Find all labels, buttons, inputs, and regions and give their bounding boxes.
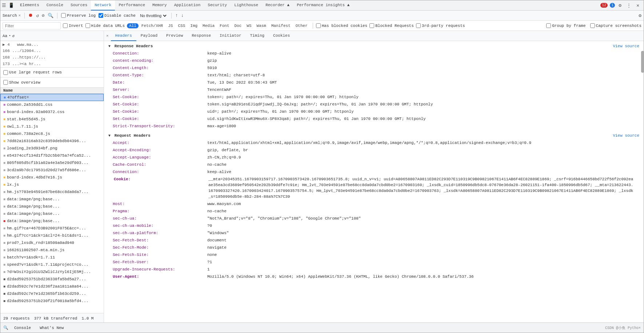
blocked-requests-label[interactable]: Blocked Requests (369, 23, 414, 28)
filter-css[interactable]: CSS (176, 23, 187, 28)
list-item[interactable]: ■ speed?v=1&sdk=1.7.11&project=co... (0, 261, 104, 268)
tab-headers[interactable]: Headers (111, 31, 136, 41)
group-by-frame-label[interactable]: Group by frame (546, 23, 585, 28)
tab-memory[interactable]: Memory (149, 0, 171, 11)
filter-all[interactable]: All (127, 23, 139, 28)
list-item[interactable]: ■ hm.gif?cc=1&ck=1&cl=24-bit&ds=1... (0, 232, 104, 239)
list-item[interactable]: ■ stat.b4e55d45.js (0, 116, 104, 123)
list-item[interactable]: ■ hm.js?703e94591e87be68cc8da0da7... (0, 188, 104, 196)
devtools-menu-icon[interactable]: ☰ (2, 3, 6, 8)
scrollbar-thumb[interactable] (641, 51, 644, 73)
list-item[interactable]: ■ loading_2e3d934bf.png (0, 145, 104, 152)
aa-label[interactable]: Aa (3, 34, 7, 38)
tab-recorder[interactable]: Recorder ▲ (262, 0, 293, 11)
list-item[interactable]: ■ hm.gif?ca=467D3B92001F075E&cc=... (0, 225, 104, 232)
tab-preview[interactable]: Preview (162, 31, 187, 41)
tab-network[interactable]: Network (91, 0, 115, 11)
list-item[interactable]: ■ batch?v=1&sdk=1.7.11 (0, 254, 104, 261)
list-item[interactable]: ■ d2dad59253751bd236338fa5bd5a27... (0, 276, 104, 283)
third-party-label[interactable]: 3rd-party requests (416, 23, 465, 28)
show-overview-checkbox[interactable] (3, 80, 8, 85)
filter-js[interactable]: JS (166, 23, 175, 28)
list-item[interactable]: ■ lx.js (0, 181, 104, 188)
export-icon[interactable]: ↓ (181, 13, 184, 18)
capture-screenshots-label[interactable]: Capture screenshots (590, 23, 641, 28)
group-by-frame-checkbox[interactable] (546, 23, 551, 28)
tab-payload[interactable]: Payload (136, 31, 162, 41)
list-item[interactable]: ■ 3cd2a9b7dc179531d20d27a5fd686e... (0, 166, 104, 174)
list-item[interactable]: ■ data:image/png;base... (0, 210, 104, 217)
list-item[interactable]: ■ board-index.4dbd7e16.js (0, 174, 104, 181)
filter-img[interactable]: Img (188, 23, 200, 28)
search-icon[interactable]: 🔍 (48, 13, 53, 19)
list-item[interactable]: ■ owl_1.7.11.js (0, 123, 104, 130)
tab-whats-new[interactable]: What's New (37, 325, 67, 331)
tab-security[interactable]: Security (204, 0, 231, 11)
tab-lighthouse[interactable]: Lighthouse (231, 0, 262, 11)
invert-checkbox[interactable] (63, 23, 68, 28)
settings-icon[interactable]: ⚙ (617, 2, 623, 9)
network-settings-icon[interactable]: ⚙ (639, 13, 641, 19)
left-refresh-icon[interactable]: ↺ (12, 33, 15, 38)
list-item[interactable]: ■ d2dad592c7e7e1d236f2aa1811a8a64... (0, 283, 104, 290)
search-close-icon[interactable]: × (19, 13, 21, 18)
response-headers-section[interactable]: ▼ Response Headers View source (104, 43, 644, 50)
import-icon[interactable]: ↑ (175, 13, 178, 18)
tab-response[interactable]: Response (187, 31, 215, 41)
disable-cache-checkbox[interactable] (99, 13, 103, 18)
tab-elements[interactable]: Elements (16, 0, 43, 11)
use-large-rows-checkbox[interactable] (3, 70, 8, 75)
list-item[interactable]: ■ 7dd82a16316ab32c8359debdb04396... (0, 137, 104, 145)
invert-label[interactable]: Invert (63, 23, 83, 28)
preserve-log-label[interactable]: Preserve log (61, 13, 96, 18)
refresh-icon[interactable]: ↺ (36, 13, 39, 19)
blocked-requests-checkbox[interactable] (369, 23, 374, 28)
tab-performance[interactable]: Performance (115, 0, 149, 11)
list-item[interactable]: ■ data:image/png;base... (0, 203, 104, 210)
tab-application[interactable]: Application (171, 0, 204, 11)
show-overview-label[interactable]: Show overview (3, 80, 40, 85)
disable-cache-label[interactable]: Disable cache (99, 13, 136, 18)
filter-font[interactable]: Font (217, 23, 231, 28)
list-item[interactable]: ■ ?d=W3siY2giOiU3ZWliCJzYyl6IjE5Mj... (0, 268, 104, 276)
request-view-source[interactable]: View source (613, 133, 639, 138)
filter-other[interactable]: Other (293, 23, 310, 28)
list-item[interactable]: ■ e54374ccf134d1f7b2c5b075a74fca52... (0, 152, 104, 159)
hide-data-urls-checkbox[interactable] (85, 23, 90, 28)
list-item[interactable]: ■ d2dad59253751b230f21f0818a5bfd4... (0, 297, 104, 305)
list-item[interactable]: ■ 1662611002507-mta.min.js (0, 246, 104, 254)
filter-wasm[interactable]: Wasm (255, 23, 268, 28)
hide-data-urls-label[interactable]: Hide data URLs (85, 23, 125, 28)
list-item[interactable]: ■ common.738a2ec8.js (0, 130, 104, 137)
filter-media[interactable]: Media (200, 23, 217, 28)
has-blocked-cookies-label[interactable]: Has blocked cookies (316, 23, 367, 28)
devtools-device-icon[interactable]: 📱 (8, 3, 14, 8)
list-item[interactable]: ■ common.2a536dd1.css (0, 101, 104, 108)
list-item[interactable]: ■ 805f605d5cf1b1a02a4e3a5e29df003... (0, 159, 104, 166)
filter-input[interactable] (3, 22, 61, 29)
throttle-select[interactable]: No throttling (139, 13, 168, 18)
tab-initiator[interactable]: Initiator (215, 31, 245, 41)
tab-console[interactable]: Console (43, 0, 67, 11)
list-item[interactable]: ■ d2dad592c7e7e1d2365bf1b63cd259... (0, 290, 104, 297)
request-headers-section[interactable]: ▼ Request Headers View source (104, 132, 644, 139)
tab-console-bottom[interactable]: Console (11, 325, 34, 331)
filter-doc[interactable]: Doc (232, 23, 244, 28)
filter-manifest[interactable]: Manifest (269, 23, 293, 28)
more-options-icon[interactable]: ⋮ (625, 2, 633, 9)
filter-icon[interactable]: ⊘ (42, 13, 45, 19)
filter-fetch-xhr[interactable]: Fetch/XHR (139, 23, 165, 28)
has-blocked-cookies-checkbox[interactable] (316, 23, 321, 28)
tab-sources[interactable]: Sources (67, 0, 91, 11)
preserve-log-checkbox[interactable] (61, 13, 66, 18)
list-item[interactable]: ■ prod?_lxsdk_rnd=18509a0ad940 (0, 239, 104, 246)
use-large-rows-label[interactable]: Use large request rows (3, 70, 62, 75)
list-item[interactable]: ■ board-index.92a00372.css (0, 108, 104, 116)
response-view-source[interactable]: View source (613, 44, 639, 48)
capture-screenshots-checkbox[interactable] (590, 23, 595, 28)
tab-performance-insights[interactable]: Performance insights ▲ (293, 0, 353, 11)
file-item-selected[interactable]: ■ 4?offset= (0, 94, 104, 101)
record-button[interactable]: ⏺ (28, 13, 33, 18)
third-party-checkbox[interactable] (416, 23, 421, 28)
tab-cookies[interactable]: Cookies (269, 31, 294, 41)
